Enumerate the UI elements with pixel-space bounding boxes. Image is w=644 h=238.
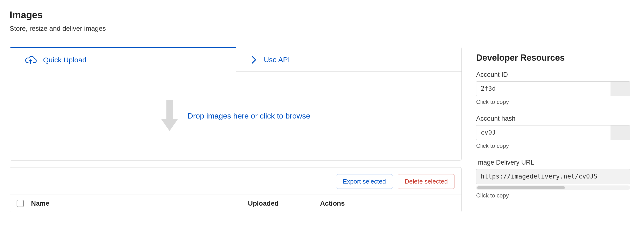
account-id-label: Account ID	[476, 71, 630, 78]
tab-quick-upload[interactable]: Quick Upload	[10, 47, 236, 72]
delivery-url-box[interactable]: https://imagedelivery.net/cv0JS	[476, 169, 630, 184]
tab-use-api[interactable]: Use API	[236, 47, 462, 72]
list-toolbar: Export selected Delete selected	[10, 167, 462, 195]
tabs-row: Quick Upload Use API	[10, 47, 462, 72]
list-header: Name Uploaded Actions	[10, 195, 462, 212]
account-hash-label: Account hash	[476, 115, 630, 122]
account-hash-copy-button[interactable]	[610, 125, 630, 140]
arrow-down-icon	[161, 100, 178, 132]
column-header-name: Name	[31, 200, 248, 207]
delivery-url-scrollbar-thumb[interactable]	[477, 186, 565, 189]
column-header-uploaded: Uploaded	[248, 200, 320, 207]
delivery-url-hint: Click to copy	[476, 192, 630, 199]
select-all-checkbox[interactable]	[16, 200, 24, 207]
delete-selected-button[interactable]: Delete selected	[398, 174, 455, 189]
account-id-copy-button[interactable]	[610, 82, 630, 96]
account-hash-box[interactable]: cv0J	[476, 125, 630, 140]
account-id-value: 2f3d	[476, 82, 610, 96]
developer-resources-panel: Developer Resources Account ID 2f3d Clic…	[476, 9, 630, 209]
account-hash-block: Account hash cv0J Click to copy	[476, 115, 630, 149]
account-id-box[interactable]: 2f3d	[476, 81, 630, 96]
svg-rect-0	[166, 100, 173, 119]
account-hash-value: cv0J	[476, 125, 610, 140]
account-id-hint: Click to copy	[476, 99, 630, 105]
column-header-actions: Actions	[320, 200, 455, 207]
tab-use-api-label: Use API	[264, 56, 290, 64]
chevron-right-icon	[250, 55, 258, 65]
dropzone-text: Drop images here or click to browse	[188, 112, 310, 120]
page-title: Images	[10, 9, 462, 20]
cloud-upload-icon	[24, 55, 37, 65]
delivery-url-label: Image Delivery URL	[476, 159, 630, 166]
export-selected-button[interactable]: Export selected	[336, 174, 393, 189]
account-id-block: Account ID 2f3d Click to copy	[476, 71, 630, 105]
list-panel: Export selected Delete selected Name Upl…	[10, 167, 462, 212]
delivery-url-value: https://imagedelivery.net/cv0JS	[476, 169, 630, 184]
page-subtitle: Store, resize and deliver images	[10, 25, 462, 32]
upload-panel: Quick Upload Use API	[10, 47, 462, 160]
delivery-url-scrollbar[interactable]	[476, 185, 630, 190]
svg-marker-1	[161, 119, 178, 131]
developer-resources-title: Developer Resources	[476, 53, 630, 63]
tab-quick-upload-label: Quick Upload	[43, 56, 86, 64]
delivery-url-block: Image Delivery URL https://imagedelivery…	[476, 159, 630, 199]
select-all-cell	[16, 200, 31, 207]
account-hash-hint: Click to copy	[476, 142, 630, 149]
dropzone[interactable]: Drop images here or click to browse	[10, 72, 462, 160]
